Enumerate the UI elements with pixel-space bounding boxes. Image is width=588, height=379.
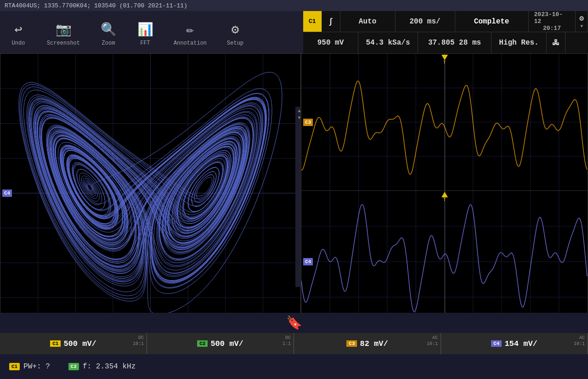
measurement-bar: C1 PW+: ? C2 f: 2.354 kHz — [0, 354, 588, 379]
c4-ac-label: AC — [579, 335, 585, 340]
camera-icon: 📷 — [56, 22, 72, 37]
network-icon: 🖧 — [552, 39, 560, 47]
time-position-display: 37.805 28 ms — [418, 32, 492, 53]
channel-bar: C1 500 mV/ DC 10:1 C2 500 mV/ DC 1:1 C3 … — [0, 333, 588, 354]
annotation-button[interactable]: ✏️ Annotation — [168, 19, 212, 49]
fft-icon: 📊 — [137, 22, 153, 37]
zoom-button[interactable]: 🔍 Zoom — [95, 19, 122, 49]
c3-coupling: AC 10:1 — [427, 335, 438, 347]
c2-badge: C2 — [197, 340, 208, 347]
trigger-arrow-up — [441, 55, 448, 60]
time-text: 20:17 — [543, 25, 561, 32]
sample-rate-display: 54.3 kSa/s — [358, 32, 418, 53]
trigger-t-label: T — [443, 60, 446, 65]
setup-icon: ⚙️ — [232, 22, 239, 37]
c3-badge: C3 — [346, 340, 357, 347]
c2-dc-label: DC — [285, 335, 291, 340]
c3-wave-panel: T C3 — [301, 54, 588, 191]
trigger-marker-c4: T — [441, 192, 448, 202]
c2-ratio-label: 1:1 — [283, 341, 291, 346]
c3-voltage: 82 mV/ — [360, 339, 388, 348]
xy-canvas — [0, 54, 300, 333]
trigger-mode[interactable]: Auto — [340, 11, 396, 32]
title-text: RTA4004US; 1335.7700K04; 103540 (01.700 … — [5, 2, 187, 9]
settings-icon-cell[interactable]: ⚙ ▼ — [576, 11, 588, 32]
trigger-line-c4 — [445, 191, 445, 333]
trigger-marker-c3: T — [441, 55, 448, 65]
resolution-display: High Res. — [492, 32, 547, 53]
c2-voltage: 500 mV/ — [210, 339, 243, 348]
fft-label: FFT — [140, 40, 150, 46]
main-area: C4 ▲ ▼ T C3 T C4 — [0, 53, 588, 333]
annotation-icon: ✏️ — [187, 22, 194, 37]
c4-badge: C4 — [491, 340, 502, 347]
measurement-2: C2 f: 2.354 kHz — [68, 362, 136, 371]
info-bar: C1 ∫ Auto 200 ms/ Complete 2023-10-12 20… — [303, 11, 588, 53]
info-row1: C1 ∫ Auto 200 ms/ Complete 2023-10-12 20… — [303, 11, 588, 32]
c1-coupling: DC 10:1 — [133, 335, 144, 347]
info-row2: 950 mV 54.3 kSa/s 37.805 28 ms High Res.… — [303, 32, 588, 53]
c3-ac-label: AC — [432, 335, 438, 340]
trigger-arrow-down — [441, 192, 448, 197]
acquisition-status: Complete — [455, 11, 529, 32]
c1-ratio-label: 10:1 — [133, 341, 144, 346]
c4-coupling: AC 10:1 — [574, 335, 585, 347]
xy-plot-panel: C4 — [0, 53, 301, 333]
c4-channel-cell[interactable]: C4 154 mV/ AC 10:1 — [441, 333, 588, 354]
waveform-panel: T C3 T C4 — [301, 53, 588, 333]
c4-channel-label: C4 — [303, 258, 313, 265]
screenshot-button[interactable]: 📷 Screenshot — [41, 19, 85, 49]
probe-area: 🔖 — [0, 313, 588, 333]
c3-channel-cell[interactable]: C3 82 mV/ AC 10:1 — [294, 333, 441, 354]
zoom-label: Zoom — [102, 40, 115, 46]
channel-badge[interactable]: C1 — [303, 11, 322, 32]
time-scale[interactable]: 200 ms/ — [396, 11, 455, 32]
c1-badge: C1 — [50, 340, 61, 347]
title-bar: RTA4004US; 1335.7700K04; 103540 (01.700 … — [0, 0, 588, 11]
voltage-display: 950 mV — [303, 32, 358, 53]
function-symbol[interactable]: ∫ — [322, 11, 340, 32]
datetime-display: 2023-10-12 20:17 — [529, 11, 576, 32]
meas1-badge: C1 — [9, 363, 20, 370]
trigger-t2-label: T — [443, 197, 446, 202]
c4-wave-panel: T C4 — [301, 191, 588, 333]
undo-icon: ↩ — [15, 22, 23, 37]
c4-ratio-label: 10:1 — [574, 341, 585, 346]
gear-icon: ⚙ — [579, 14, 584, 23]
undo-label: Undo — [12, 40, 25, 46]
undo-button[interactable]: ↩ Undo — [5, 19, 32, 49]
c1-voltage: 500 mV/ — [63, 339, 96, 348]
setup-label: Setup — [227, 40, 243, 46]
expand-arrow-icon: ▼ — [580, 24, 583, 29]
probe-icon[interactable]: 🔖 — [286, 315, 302, 331]
c2-coupling: DC 1:1 — [283, 335, 291, 347]
meas2-badge: C2 — [68, 363, 79, 370]
meas2-value: f: 2.354 kHz — [83, 362, 136, 371]
c2-channel-cell[interactable]: C2 500 mV/ DC 1:1 — [147, 333, 294, 354]
trigger-line-c3 — [445, 54, 445, 190]
meas1-value: PW+: ? — [23, 362, 50, 371]
annotation-label: Annotation — [174, 40, 207, 46]
date-text: 2023-10-12 — [534, 11, 570, 25]
c1-channel-cell[interactable]: C1 500 mV/ DC 10:1 — [0, 333, 147, 354]
setup-button[interactable]: ⚙️ Setup — [221, 19, 249, 49]
measurement-1: C1 PW+: ? — [9, 362, 50, 371]
zoom-icon: 🔍 — [101, 22, 117, 37]
xy-c4-label: C4 — [2, 190, 12, 197]
c4-voltage: 154 mV/ — [504, 339, 537, 348]
c3-ratio-label: 10:1 — [427, 341, 438, 346]
network-icon-cell[interactable]: 🖧 — [547, 32, 565, 53]
c1-dc-label: DC — [138, 335, 144, 340]
c3-channel-label: C3 — [303, 119, 313, 126]
fft-button[interactable]: 📊 FFT — [131, 19, 159, 49]
screenshot-label: Screenshot — [47, 40, 80, 46]
